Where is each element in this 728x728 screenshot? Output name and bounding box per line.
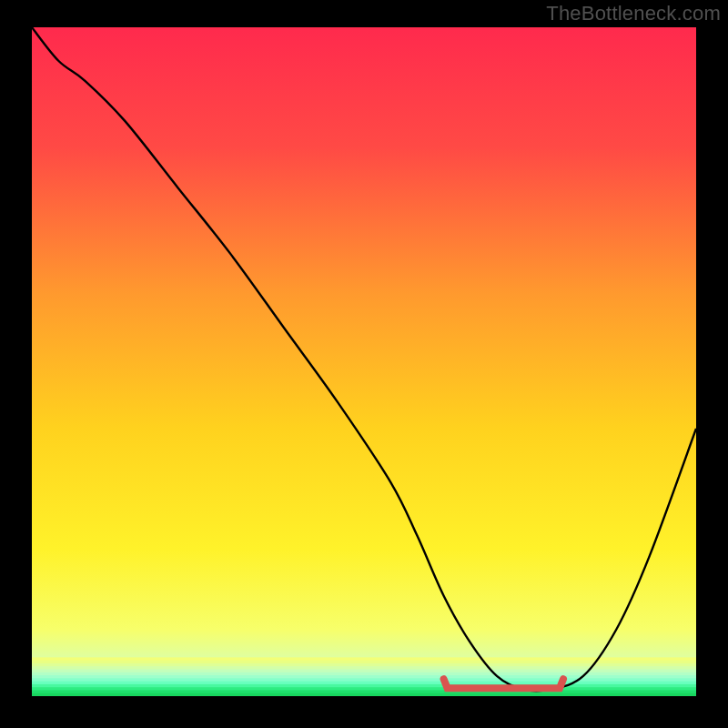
svg-rect-11 bbox=[32, 687, 696, 691]
svg-rect-3 bbox=[32, 663, 696, 667]
svg-rect-12 bbox=[32, 690, 696, 693]
svg-rect-10 bbox=[32, 684, 696, 688]
svg-rect-7 bbox=[32, 675, 696, 679]
svg-rect-4 bbox=[32, 666, 696, 670]
svg-rect-5 bbox=[32, 669, 696, 672]
bottleneck-chart bbox=[32, 27, 696, 696]
svg-rect-13 bbox=[32, 693, 696, 696]
svg-rect-9 bbox=[32, 682, 696, 685]
plot-area bbox=[32, 27, 696, 696]
svg-rect-6 bbox=[32, 672, 696, 676]
watermark-text: TheBottleneck.com bbox=[546, 2, 721, 25]
chart-outer-frame: TheBottleneck.com bbox=[0, 0, 728, 728]
gradient-green-bands bbox=[32, 657, 696, 696]
svg-rect-8 bbox=[32, 678, 696, 682]
